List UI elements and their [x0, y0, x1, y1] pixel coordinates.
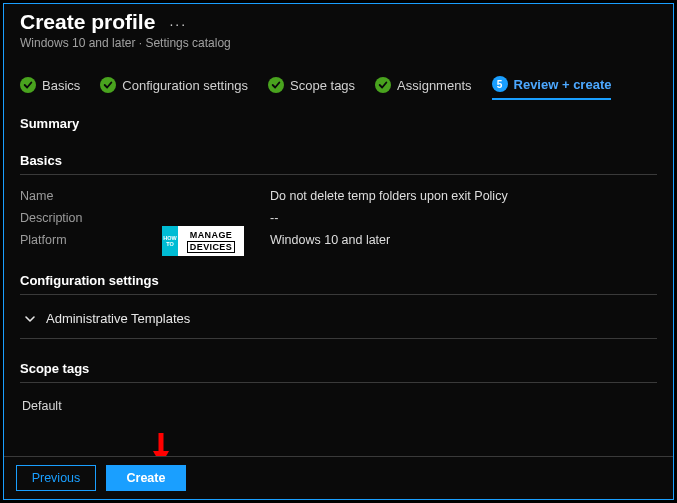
divider [20, 294, 657, 295]
admin-templates-row[interactable]: Administrative Templates [20, 305, 657, 332]
step-label: Review + create [514, 77, 612, 92]
step-configuration-settings[interactable]: Configuration settings [100, 77, 248, 99]
check-icon [20, 77, 36, 93]
field-value: Windows 10 and later [270, 233, 390, 247]
expander-label: Administrative Templates [46, 311, 190, 326]
divider [20, 338, 657, 339]
step-label: Scope tags [290, 78, 355, 93]
check-icon [375, 77, 391, 93]
previous-button[interactable]: Previous [16, 465, 96, 491]
page-title: Create profile [20, 10, 155, 34]
step-review-create[interactable]: 5 Review + create [492, 76, 612, 100]
scope-heading: Scope tags [20, 361, 657, 376]
review-body: Summary Basics Name Do not delete temp f… [4, 116, 673, 413]
field-label: Description [20, 211, 270, 225]
check-icon [100, 77, 116, 93]
divider [20, 174, 657, 175]
basics-name-row: Name Do not delete temp folders upon exi… [20, 185, 657, 207]
divider [20, 382, 657, 383]
field-label: Name [20, 189, 270, 203]
step-label: Assignments [397, 78, 471, 93]
check-icon [268, 77, 284, 93]
step-basics[interactable]: Basics [20, 77, 80, 99]
wizard-steps: Basics Configuration settings Scope tags… [4, 54, 673, 110]
panel-header: Create profile ··· Windows 10 and later … [4, 4, 673, 54]
step-scope-tags[interactable]: Scope tags [268, 77, 355, 99]
basics-platform-row: Platform Windows 10 and later [20, 229, 657, 251]
create-profile-panel: Create profile ··· Windows 10 and later … [3, 3, 674, 500]
page-subtitle: Windows 10 and later · Settings catalog [20, 36, 657, 50]
summary-heading: Summary [20, 116, 657, 131]
step-number-icon: 5 [492, 76, 508, 92]
field-value: -- [270, 211, 278, 225]
more-icon[interactable]: ··· [169, 12, 187, 32]
basics-description-row: Description -- [20, 207, 657, 229]
chevron-down-icon [24, 313, 36, 325]
step-assignments[interactable]: Assignments [375, 77, 471, 99]
create-button[interactable]: Create [106, 465, 186, 491]
step-label: Configuration settings [122, 78, 248, 93]
basics-heading: Basics [20, 153, 657, 168]
field-value: Do not delete temp folders upon exit Pol… [270, 189, 508, 203]
scope-tag-item: Default [20, 393, 657, 413]
step-label: Basics [42, 78, 80, 93]
config-heading: Configuration settings [20, 273, 657, 288]
watermark-logo: HOW TO MANAGE DEVICES [162, 226, 244, 256]
wizard-footer: Previous Create [4, 456, 673, 499]
